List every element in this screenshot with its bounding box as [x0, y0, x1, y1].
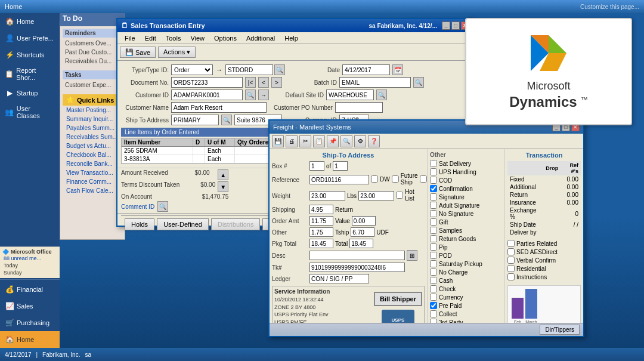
- check-checkbox[interactable]: [430, 285, 437, 292]
- document-nav-next[interactable]: >: [271, 77, 282, 88]
- user-defined-button[interactable]: User-Defined: [157, 218, 209, 230]
- instructions-checkbox[interactable]: [507, 273, 515, 280]
- menu-view[interactable]: View: [185, 34, 209, 42]
- type-select[interactable]: Order: [171, 64, 213, 75]
- holds-button[interactable]: Holds: [125, 218, 154, 230]
- value-input[interactable]: [352, 216, 376, 226]
- ql-summary-inquiry[interactable]: Summary Inquir...: [63, 115, 122, 124]
- tship-input[interactable]: [351, 227, 374, 237]
- cash-checkbox[interactable]: [430, 277, 437, 284]
- menu-tools[interactable]: Tools: [161, 34, 186, 42]
- sidebar-item-shortcuts[interactable]: ⚡ Shortcuts: [0, 47, 60, 63]
- ship-to-input[interactable]: [171, 115, 219, 125]
- of-input[interactable]: [333, 161, 348, 171]
- hot-list-checkbox[interactable]: [396, 192, 403, 199]
- ql-reconcile[interactable]: Reconcile Bank...: [63, 159, 122, 168]
- currency-checkbox[interactable]: [430, 294, 437, 301]
- pkg-total-input[interactable]: [309, 239, 333, 248]
- pod-checkbox[interactable]: [430, 252, 437, 259]
- frt-btn-8[interactable]: ❓: [368, 135, 380, 147]
- ql-payables[interactable]: Payables Summ...: [63, 124, 122, 132]
- document-nav-first[interactable]: |<: [245, 77, 256, 88]
- box-input[interactable]: [309, 161, 324, 171]
- comment-id-link[interactable]: Comment ID: [121, 203, 154, 210]
- type-lookup-btn[interactable]: 🔍: [274, 64, 285, 75]
- sidebar-item-user-classes[interactable]: 👥 User Classes: [0, 101, 60, 123]
- maximize-button[interactable]: □: [451, 21, 460, 30]
- parties-related-checkbox[interactable]: [507, 240, 515, 247]
- third-party-checkbox[interactable]: [430, 319, 437, 323]
- sidebar-item-purchasing[interactable]: 🛒 Purchasing: [0, 314, 60, 331]
- pre-paid-checkbox[interactable]: [430, 302, 437, 309]
- todo-item-customer-exp[interactable]: Customer Expe...: [63, 81, 122, 90]
- shipping-input[interactable]: [309, 205, 333, 214]
- batch-lookup-btn[interactable]: 🔍: [413, 77, 424, 88]
- no-charge-checkbox[interactable]: [430, 269, 437, 276]
- customer-id-input[interactable]: [171, 90, 243, 100]
- future-ship-checkbox[interactable]: [392, 175, 399, 183]
- sed-aes-checkbox[interactable]: [507, 248, 515, 255]
- top-bar-customize[interactable]: Customize this page...: [580, 4, 639, 10]
- todo-item-pastdue[interactable]: Past Due Custo...: [63, 48, 122, 57]
- total-input[interactable]: [349, 239, 373, 248]
- pip-checkbox[interactable]: [430, 243, 437, 251]
- default-site-input[interactable]: [326, 90, 374, 100]
- menu-edit[interactable]: Edit: [140, 34, 161, 42]
- sidebar-item-home[interactable]: 🏠 Home: [0, 13, 60, 30]
- customer-nav-btn[interactable]: →: [258, 90, 269, 100]
- adult-sig-checkbox[interactable]: [430, 202, 437, 209]
- save-button[interactable]: 💾 Save: [120, 47, 156, 58]
- ups-handling-checkbox[interactable]: [430, 168, 437, 175]
- sidebar-item-sales[interactable]: 📈 Sales: [0, 298, 60, 314]
- office-unread[interactable]: 88 unread me...: [2, 255, 57, 262]
- signature-checkbox[interactable]: [430, 193, 437, 200]
- date-calendar-btn[interactable]: 📅: [392, 64, 403, 75]
- cod-checkbox[interactable]: [430, 177, 437, 184]
- notify-checkbox[interactable]: [420, 175, 427, 183]
- comment-lookup-btn[interactable]: 🔍: [157, 201, 168, 212]
- order-amt-input[interactable]: [309, 216, 333, 226]
- frt-btn-2[interactable]: 🖨: [286, 135, 298, 147]
- verbal-confirm-checkbox[interactable]: [507, 257, 515, 264]
- collect-checkbox[interactable]: [430, 310, 437, 317]
- sidebar-item-report-shortcuts[interactable]: 📋 Report Shor...: [0, 63, 60, 85]
- saturday-pickup-checkbox[interactable]: [430, 260, 437, 267]
- frt-btn-7[interactable]: ⚙: [354, 135, 366, 147]
- desc-expand-btn[interactable]: ⊞: [407, 250, 417, 261]
- weight2-input[interactable]: [358, 191, 394, 200]
- customer-name-input[interactable]: [171, 102, 267, 113]
- bill-shipper-button[interactable]: Bill Shipper: [374, 292, 422, 306]
- todo-item-receivables-due[interactable]: Receivables Du...: [63, 57, 122, 66]
- samples-checkbox[interactable]: [430, 227, 437, 234]
- customer-po-input[interactable]: [335, 102, 383, 113]
- ql-transactions[interactable]: View Transactio...: [63, 168, 122, 177]
- menu-help[interactable]: Help: [280, 34, 303, 42]
- terms-nav-btn[interactable]: ▼: [218, 181, 228, 192]
- menu-file[interactable]: File: [120, 34, 140, 42]
- frt-btn-5[interactable]: 📌: [327, 135, 339, 147]
- return-goods-checkbox[interactable]: [430, 235, 437, 242]
- sidebar-item-home-active[interactable]: 🏠 Home: [0, 331, 60, 348]
- weight-input[interactable]: [309, 191, 345, 200]
- frt-btn-6[interactable]: 🔍: [340, 135, 352, 147]
- ql-receivables[interactable]: Receivables Sum...: [63, 132, 122, 141]
- amount-nav-btn[interactable]: ▲: [218, 169, 228, 180]
- ql-checkbook[interactable]: Checkbook Bal...: [63, 150, 122, 159]
- ql-finance[interactable]: Finance Comm...: [63, 177, 122, 186]
- frt-btn-4[interactable]: 📋: [313, 135, 325, 147]
- tk-input[interactable]: [309, 263, 405, 272]
- sidebar-item-financial[interactable]: 💰 Financial: [0, 281, 60, 298]
- ql-budget[interactable]: Budget vs Actu...: [63, 141, 122, 150]
- ledger-input[interactable]: [309, 274, 369, 283]
- no-sig-checkbox[interactable]: [430, 210, 437, 217]
- confirmation-checkbox[interactable]: [430, 185, 437, 192]
- menu-options[interactable]: Options: [209, 34, 242, 42]
- desc-input[interactable]: [309, 251, 405, 260]
- residential-checkbox[interactable]: [507, 265, 515, 272]
- date-input[interactable]: [342, 64, 390, 75]
- gift-checkbox[interactable]: [430, 218, 437, 226]
- minimize-button[interactable]: _: [442, 21, 450, 30]
- reference-input[interactable]: [309, 175, 369, 184]
- sidebar-item-startup[interactable]: ▶ Startup: [0, 85, 60, 101]
- todo-item-customers[interactable]: Customers Ove...: [63, 39, 122, 48]
